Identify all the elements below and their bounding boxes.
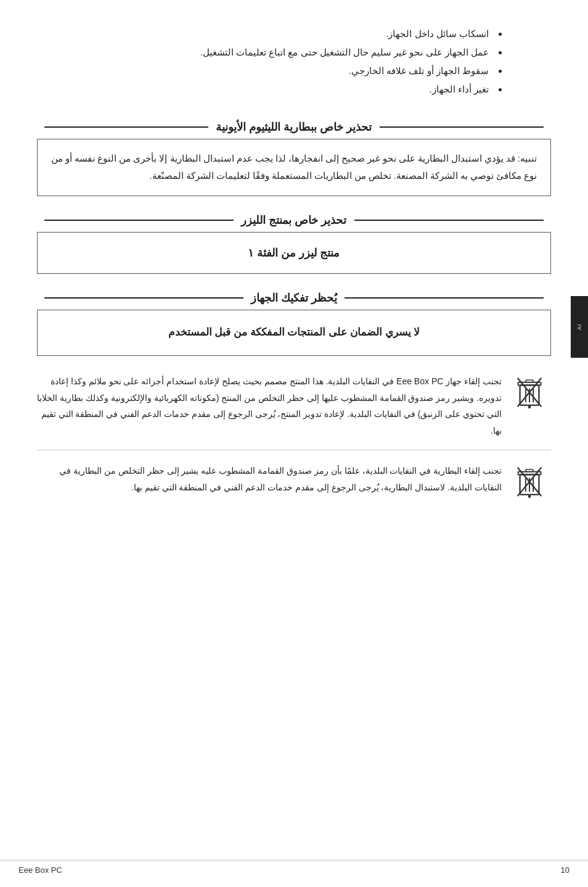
side-tab: Ai xyxy=(571,296,588,358)
battery-warning-section: تحذير خاص ببطارية الليثيوم الأيونية تنبي… xyxy=(37,120,551,196)
weee-bin-icon xyxy=(513,376,546,409)
icon-sections: تجنب إلقاء جهاز Eee Box PC في النفايات ا… xyxy=(37,373,551,510)
laser-warning-text: منتج ليزر من الفئة ١ xyxy=(51,246,537,260)
eee-box-text: تجنب إلقاء جهاز Eee Box PC في النفايات ا… xyxy=(37,373,508,439)
bullet-item-3: سقوط الجهاز أو تلف غلافه الخارجي. xyxy=(37,62,502,80)
svg-point-17 xyxy=(528,495,531,498)
laser-warning-section: تحذير خاص بمنتج الليزر منتج ليزر من الفئ… xyxy=(37,213,551,274)
footer-page-number: 10 xyxy=(561,865,570,875)
laser-warning-title: تحذير خاص بمنتج الليزر xyxy=(241,213,346,227)
disassembly-warning-box: لا يسري الضمان على المنتجات المفككة من ق… xyxy=(37,310,551,356)
eee-box-icon-cell xyxy=(508,373,551,409)
bullet-list-wrapper: انسكاب سائل داخل الجهاز. عمل الجهاز على … xyxy=(37,25,551,99)
weee-battery-icon xyxy=(513,465,546,498)
disassembly-warning-title: يُحظر تفكيك الجهاز xyxy=(251,291,337,305)
battery-dispose-icon-cell xyxy=(508,463,551,498)
side-tab-label: Ai xyxy=(576,324,582,330)
battery-dispose-row: تجنب إلقاء البطارية في النفايات البلدية،… xyxy=(37,463,551,510)
disassembly-warning-title-bar: يُحظر تفكيك الجهاز xyxy=(37,291,551,305)
laser-warning-title-bar: تحذير خاص بمنتج الليزر xyxy=(37,213,551,227)
laser-warning-box: منتج ليزر من الفئة ١ xyxy=(37,232,551,274)
battery-warning-title-bar: تحذير خاص ببطارية الليثيوم الأيونية xyxy=(37,120,551,134)
page-container: انسكاب سائل داخل الجهاز. عمل الجهاز على … xyxy=(0,0,588,887)
bullet-item-2: عمل الجهاز على نحو غير سليم حال التشغيل … xyxy=(37,43,502,62)
bullet-item-4: تغير أداء الجهاز. xyxy=(37,80,502,99)
svg-rect-11 xyxy=(526,469,533,472)
bullet-item-1: انسكاب سائل داخل الجهاز. xyxy=(37,25,502,43)
disassembly-warning-text: لا يسري الضمان على المنتجات المفككة من ق… xyxy=(51,324,537,342)
battery-warning-box: تنبيه: قد يؤدي استبدال البطارية على نحو … xyxy=(37,139,551,196)
footer-product-name: Eee Box PC xyxy=(18,865,62,875)
bullet-list: انسكاب سائل داخل الجهاز. عمل الجهاز على … xyxy=(37,25,502,99)
page-footer: 10 Eee Box PC xyxy=(0,860,588,875)
disassembly-warning-section: يُحظر تفكيك الجهاز لا يسري الضمان على ال… xyxy=(37,291,551,356)
svg-point-8 xyxy=(528,406,531,409)
battery-dispose-text: تجنب إلقاء البطارية في النفايات البلدية،… xyxy=(37,463,508,495)
battery-warning-text: تنبيه: قد يؤدي استبدال البطارية على نحو … xyxy=(51,151,537,184)
svg-rect-2 xyxy=(526,380,533,382)
eee-box-row: تجنب إلقاء جهاز Eee Box PC في النفايات ا… xyxy=(37,373,551,450)
battery-warning-title: تحذير خاص ببطارية الليثيوم الأيونية xyxy=(216,120,372,134)
